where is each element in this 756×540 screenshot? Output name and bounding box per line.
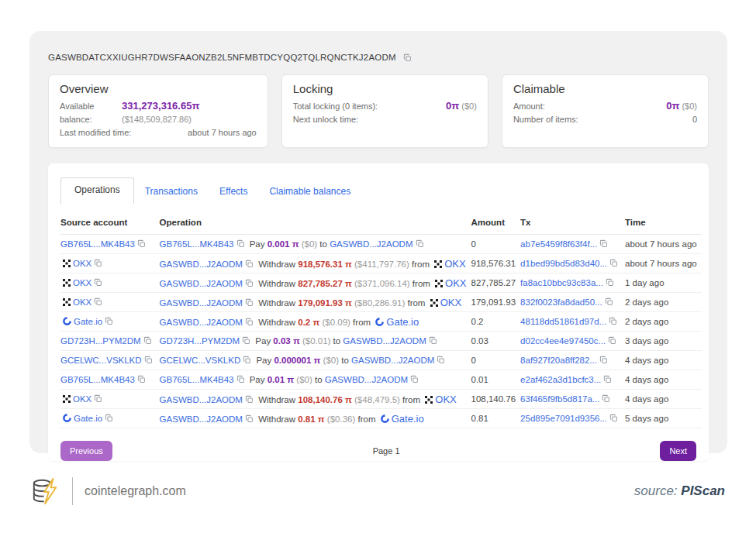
tab-effects[interactable]: Effects: [209, 180, 258, 204]
copy-icon[interactable]: [143, 336, 152, 345]
copy-icon[interactable]: [599, 356, 608, 364]
gate-icon: [63, 414, 71, 422]
copy-icon[interactable]: [242, 336, 250, 345]
operations-table-body: GB765L...MK4B43GB765L...MK4B43 Pay 0.001…: [60, 235, 702, 428]
tx-hash-link[interactable]: 832f0023fa8dad50...: [520, 298, 602, 307]
copy-icon[interactable]: [608, 336, 616, 345]
operation-actor-link[interactable]: GB765L...MK4B43: [160, 239, 234, 249]
tx-hash-link[interactable]: 63f465f9fb5d817a...: [520, 394, 599, 404]
tx-hash-link[interactable]: d02cc4ee4e97450c...: [520, 336, 606, 346]
exchange-link[interactable]: Gate.io: [386, 316, 419, 328]
tx-hash-link[interactable]: e2af462a3d1bcfc3...: [520, 375, 601, 384]
copy-icon[interactable]: [94, 394, 102, 403]
operation-target-link[interactable]: GASWBD...J2AODM: [325, 375, 408, 384]
operation-actor-link[interactable]: GB765L...MK4B43: [160, 375, 234, 384]
operation-target-link[interactable]: GASWBD...J2AODM: [351, 356, 434, 365]
copy-icon[interactable]: [94, 278, 102, 287]
copy-icon[interactable]: [403, 53, 412, 62]
claimable-amount-value: 0π ($0): [666, 99, 697, 113]
exchange-link[interactable]: OKX: [73, 298, 91, 307]
source-account-link[interactable]: GD723H...PYM2DM: [60, 336, 141, 346]
tab-claimable-balances[interactable]: Claimable balances: [258, 180, 361, 204]
source-account-link[interactable]: GCELWC...VSKLKD: [60, 356, 142, 365]
previous-button[interactable]: Previous: [60, 441, 112, 461]
claimable-items-value: 0: [692, 113, 697, 126]
copy-icon[interactable]: [94, 298, 102, 306]
copy-icon[interactable]: [605, 298, 613, 306]
tx-hash-link[interactable]: fa8ac10bbc93c83a...: [520, 278, 603, 287]
copy-icon[interactable]: [137, 375, 146, 384]
source-account-cell: GD723H...PYM2DM: [60, 332, 160, 351]
copy-icon[interactable]: [94, 259, 102, 267]
copy-icon[interactable]: [236, 239, 245, 248]
operation-actor-link[interactable]: GASWBD...J2AODM: [160, 260, 243, 269]
copy-icon[interactable]: [245, 298, 254, 307]
copy-icon[interactable]: [137, 239, 146, 248]
copy-icon[interactable]: [245, 279, 254, 287]
copy-icon[interactable]: [606, 278, 614, 287]
exchange-link[interactable]: OKX: [445, 277, 466, 289]
table-row: GD723H...PYM2DMGD723H...PYM2DM Pay 0.03 …: [60, 332, 702, 351]
operation-target-link[interactable]: GASWBD...J2AODM: [330, 239, 413, 249]
copy-icon[interactable]: [410, 375, 419, 384]
copy-icon[interactable]: [236, 375, 245, 384]
operation-actor-link[interactable]: GASWBD...J2AODM: [160, 318, 243, 327]
operation-actor-link[interactable]: GASWBD...J2AODM: [160, 395, 243, 404]
copy-icon[interactable]: [437, 356, 445, 364]
copy-icon[interactable]: [245, 318, 254, 326]
cointelegraph-logo-icon: [31, 476, 60, 506]
copy-icon[interactable]: [144, 356, 153, 364]
exchange-link[interactable]: Gate.io: [74, 414, 102, 423]
operation-actor-link[interactable]: GD723H...PYM2DM: [160, 336, 240, 346]
table-row: GCELWC...VSKLKDGCELWC...VSKLKD Pay 0.000…: [60, 351, 702, 370]
source-account-link[interactable]: GB765L...MK4B43: [60, 375, 135, 384]
copy-icon[interactable]: [609, 317, 617, 325]
operation-actor-link[interactable]: GASWBD...J2AODM: [160, 414, 243, 424]
table-row: Gate.ioGASWBD...J2AODM Withdraw 0.81 π (…: [60, 409, 702, 428]
operation-actor-link[interactable]: GASWBD...J2AODM: [160, 279, 243, 288]
copy-icon[interactable]: [609, 259, 618, 267]
operation-actor-link[interactable]: GCELWC...VSKLKD: [160, 356, 241, 365]
exchange-link[interactable]: OKX: [73, 278, 91, 287]
exchange-link[interactable]: Gate.io: [392, 413, 424, 425]
exchange-link[interactable]: OKX: [444, 258, 465, 270]
tab-operations[interactable]: Operations: [60, 177, 134, 204]
copy-icon[interactable]: [603, 375, 612, 384]
overview-title: Overview: [60, 82, 257, 95]
copy-icon[interactable]: [245, 260, 254, 268]
tab-transactions[interactable]: Transactions: [134, 180, 209, 204]
copy-icon[interactable]: [429, 336, 437, 345]
copy-icon[interactable]: [105, 317, 113, 325]
exchange-link[interactable]: OKX: [440, 297, 461, 308]
tx-hash-link[interactable]: ab7e5459f8f63f4f...: [520, 239, 597, 249]
copy-icon[interactable]: [609, 414, 618, 422]
next-unlock-label: Next unlock time:: [293, 113, 358, 126]
time-cell: 4 days ago: [625, 390, 702, 409]
source-account-cell: OKX: [60, 254, 160, 273]
exchange-link[interactable]: OKX: [73, 259, 91, 268]
copy-icon[interactable]: [599, 239, 608, 248]
wallet-address-row: GASWBDATCXXIUGHR7DWSFAAONZB2L5NFMBTDCYQQ…: [48, 53, 709, 62]
tx-hash-link[interactable]: 25d895e7091d9356...: [520, 414, 607, 423]
exchange-link[interactable]: OKX: [435, 394, 456, 405]
tx-hash-link[interactable]: 8af927f20a8ff282...: [520, 356, 597, 365]
copy-icon[interactable]: [416, 239, 424, 248]
table-row: OKXGASWBD...J2AODM Withdraw 108,140.76 π…: [60, 390, 702, 409]
operation-target-link[interactable]: GASWBD...J2AODM: [343, 336, 426, 346]
source-account-cell: Gate.io: [60, 312, 160, 332]
wallet-address: GASWBDATCXXIUGHR7DWSFAAONZB2L5NFMBTDCYQQ…: [48, 53, 396, 62]
operation-actor-link[interactable]: GASWBD...J2AODM: [160, 298, 243, 308]
tx-hash-link[interactable]: 48118dd51861d97d...: [520, 317, 606, 326]
exchange-link[interactable]: Gate.io: [74, 317, 102, 326]
operation-usd-value: ($0): [294, 375, 315, 384]
copy-icon[interactable]: [245, 395, 254, 404]
tx-hash-link[interactable]: d1bed99bd5d83d40...: [520, 259, 607, 268]
exchange-link[interactable]: OKX: [73, 394, 91, 404]
available-balance-label: Available balance:: [60, 100, 122, 126]
copy-icon[interactable]: [105, 414, 113, 422]
copy-icon[interactable]: [245, 414, 254, 423]
copy-icon[interactable]: [243, 356, 251, 364]
next-button[interactable]: Next: [660, 441, 696, 461]
source-account-link[interactable]: GB765L...MK4B43: [60, 239, 135, 249]
copy-icon[interactable]: [602, 394, 610, 403]
